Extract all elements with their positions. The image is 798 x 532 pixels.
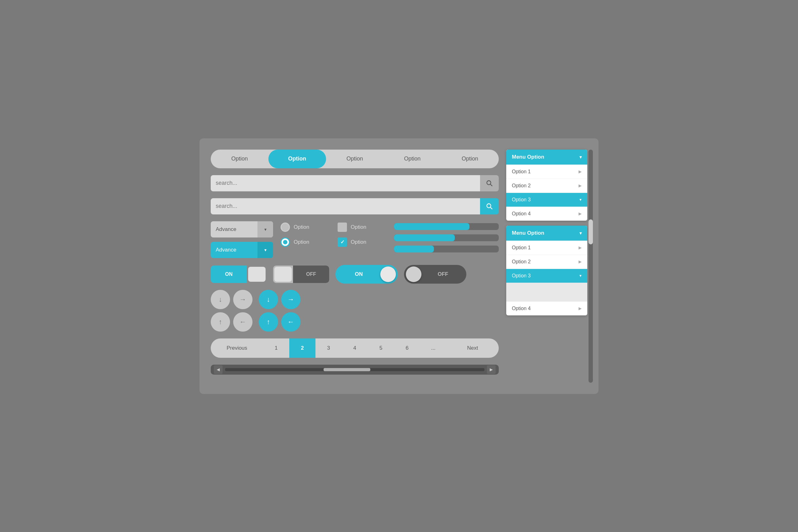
pagination-page-6[interactable]: 6 bbox=[394, 339, 420, 358]
svg-line-3 bbox=[490, 207, 492, 209]
search-row-2 bbox=[211, 198, 499, 214]
menu-1-option-1-chevron: ▶ bbox=[578, 169, 582, 174]
flat-toggle-off[interactable]: OFF bbox=[273, 266, 329, 283]
pagination-page-3[interactable]: 3 bbox=[316, 339, 342, 358]
advance-dropdown-blue-label: Advance bbox=[211, 247, 258, 253]
pagination: Previous 1 2 3 4 5 6 ... Next bbox=[211, 339, 499, 358]
arrow-down-blue[interactable]: ↓ bbox=[259, 290, 278, 309]
search-button-2[interactable] bbox=[480, 198, 499, 214]
arrow-left-gray[interactable]: ← bbox=[233, 312, 252, 331]
menu-dropdown-1: Menu Option ▾ Option 1 ▶ Option 2 ▶ Opti… bbox=[506, 150, 587, 221]
tab-4[interactable]: Option bbox=[383, 150, 441, 168]
menu-1-option-2[interactable]: Option 2 ▶ bbox=[506, 178, 587, 193]
arrow-group-blue: ↓ → ↑ ← bbox=[259, 290, 301, 331]
menu-2-header-label: Menu Option bbox=[512, 230, 544, 236]
progress-track-2 bbox=[394, 234, 499, 241]
horizontal-scrollbar: ◀ ▶ bbox=[211, 365, 499, 375]
arrow-up-blue[interactable]: ↑ bbox=[259, 312, 278, 331]
search-input-2[interactable] bbox=[211, 198, 480, 214]
progress-fill-3 bbox=[394, 246, 434, 252]
menu-2-expanded-area bbox=[506, 283, 587, 301]
flat-toggle-off-label: OFF bbox=[293, 266, 329, 283]
menu-2-option-1[interactable]: Option 1 ▶ bbox=[506, 241, 587, 254]
option-checkbox-unchecked[interactable]: Option bbox=[338, 223, 385, 232]
menu-2-option-1-chevron: ▶ bbox=[578, 245, 582, 250]
radio-checked-indicator bbox=[281, 238, 290, 247]
progress-fill-2 bbox=[394, 234, 455, 241]
vertical-scrollbar-thumb[interactable] bbox=[589, 220, 593, 244]
tab-3[interactable]: Option bbox=[326, 150, 384, 168]
checkbox-checked-indicator bbox=[338, 238, 347, 247]
menu-1-option-1-label: Option 1 bbox=[512, 169, 531, 174]
menu-1-option-3[interactable]: Option 3 ▾ bbox=[506, 193, 587, 207]
advance-dropdown-gray-label: Advance bbox=[211, 226, 258, 232]
scrollbar-thumb[interactable] bbox=[324, 368, 370, 371]
pagination-ellipsis: ... bbox=[420, 339, 446, 358]
option-radio-unchecked-label: Option bbox=[293, 224, 309, 230]
pill-toggle-off-label: OFF bbox=[421, 271, 464, 278]
arrow-group-gray: ↓ → ↑ ← bbox=[211, 290, 252, 331]
progress-section bbox=[393, 221, 499, 252]
pagination-page-1[interactable]: 1 bbox=[263, 339, 289, 358]
scrollbar-track[interactable] bbox=[225, 368, 484, 371]
search-button-1[interactable] bbox=[480, 175, 499, 191]
pagination-page-5[interactable]: 5 bbox=[368, 339, 394, 358]
option-checkbox-checked-label: Option bbox=[351, 239, 366, 245]
pagination-next[interactable]: Next bbox=[446, 339, 499, 358]
checkbox-unchecked-indicator bbox=[338, 223, 347, 232]
option-checkbox-checked[interactable]: Option bbox=[338, 238, 385, 247]
scroll-right-button[interactable]: ▶ bbox=[487, 365, 496, 374]
ui-panel: Option Option Option Option Option bbox=[200, 138, 598, 394]
advance-dropdown-gray-arrow: ▾ bbox=[258, 221, 273, 238]
arrow-right-blue[interactable]: → bbox=[281, 290, 301, 309]
menu-1-header-arrow: ▾ bbox=[580, 155, 582, 159]
pill-toggle-off[interactable]: OFF bbox=[404, 265, 466, 284]
left-section: Option Option Option Option Option bbox=[211, 150, 499, 383]
menu-1-option-4[interactable]: Option 4 ▶ bbox=[506, 207, 587, 221]
pagination-page-4[interactable]: 4 bbox=[342, 339, 368, 358]
menu-2-option-2[interactable]: Option 2 ▶ bbox=[506, 254, 587, 269]
advance-dropdown-gray[interactable]: Advance ▾ bbox=[211, 221, 273, 238]
option-radio-checked-label: Option bbox=[293, 239, 309, 245]
tab-1[interactable]: Option bbox=[211, 150, 268, 168]
vertical-scrollbar[interactable] bbox=[589, 150, 593, 383]
tab-2[interactable]: Option bbox=[268, 150, 326, 168]
scroll-left-button[interactable]: ◀ bbox=[214, 365, 223, 374]
menu-2-option-3-chevron: ▾ bbox=[580, 273, 582, 278]
menu-2-option-1-label: Option 1 bbox=[512, 245, 531, 251]
progress-track-3 bbox=[394, 246, 499, 252]
flat-toggle-off-thumb bbox=[274, 267, 292, 282]
progress-fill-1 bbox=[394, 223, 470, 230]
arrow-right-gray[interactable]: → bbox=[233, 290, 252, 309]
arrow-up-gray[interactable]: ↑ bbox=[211, 312, 230, 331]
menu-1-header[interactable]: Menu Option ▾ bbox=[506, 150, 587, 165]
pagination-page-2[interactable]: 2 bbox=[289, 339, 316, 358]
option-radio-unchecked[interactable]: Option bbox=[281, 223, 328, 232]
toggles-row: ON OFF ON OFF ↓ → ↑ bbox=[211, 265, 499, 331]
svg-point-2 bbox=[487, 204, 491, 208]
option-radio-checked[interactable]: Option bbox=[281, 238, 328, 247]
arrow-left-blue[interactable]: ← bbox=[281, 312, 301, 331]
dropdowns-col: Advance ▾ Advance ▾ bbox=[211, 221, 273, 258]
pill-toggle-on[interactable]: ON bbox=[336, 265, 398, 284]
radio-checkbox-area: Option Option Option Option bbox=[281, 221, 385, 247]
advance-dropdown-blue[interactable]: Advance ▾ bbox=[211, 242, 273, 258]
menu-1-option-3-chevron: ▾ bbox=[580, 197, 582, 202]
menu-1-option-4-label: Option 4 bbox=[512, 211, 531, 216]
menu-1-option-3-label: Option 3 bbox=[512, 197, 531, 203]
menu-dropdown-2: Menu Option ▾ Option 1 ▶ Option 2 ▶ Opti… bbox=[506, 226, 587, 316]
menu-2-option-4[interactable]: Option 4 ▶ bbox=[506, 301, 587, 316]
pagination-prev[interactable]: Previous bbox=[211, 339, 263, 358]
menu-1-option-2-chevron: ▶ bbox=[578, 183, 582, 188]
menu-1-option-1[interactable]: Option 1 ▶ bbox=[506, 165, 587, 178]
flat-toggle-on-label: ON bbox=[211, 266, 247, 283]
pill-toggle-on-label: ON bbox=[337, 271, 380, 278]
menu-2-header[interactable]: Menu Option ▾ bbox=[506, 226, 587, 241]
search-input-1[interactable] bbox=[211, 175, 480, 191]
menu-2-option-3[interactable]: Option 3 ▾ bbox=[506, 269, 587, 283]
flat-toggle-on[interactable]: ON bbox=[211, 266, 267, 283]
menu-2-option-4-label: Option 4 bbox=[512, 306, 531, 311]
tab-5[interactable]: Option bbox=[441, 150, 499, 168]
svg-point-0 bbox=[487, 180, 491, 185]
arrow-down-gray[interactable]: ↓ bbox=[211, 290, 230, 309]
